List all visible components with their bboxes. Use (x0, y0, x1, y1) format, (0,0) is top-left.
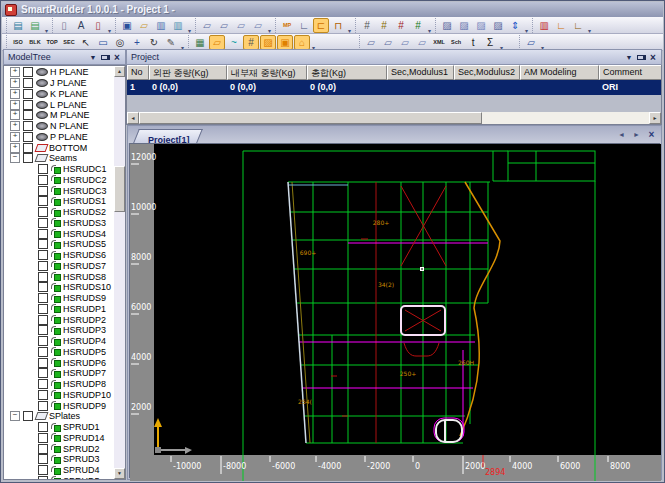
column-header-6[interactable]: AM Modeling (520, 65, 599, 80)
blk-view-button[interactable]: BLK (27, 35, 43, 50)
arch-orange-icon[interactable]: ⌂ (294, 35, 310, 50)
plate-fill-icon[interactable]: ▱ (209, 35, 225, 50)
fence1-icon[interactable]: # (359, 18, 375, 33)
tree-item-l-plane[interactable]: +L PLANE (4, 99, 114, 110)
expand-icon[interactable]: + (10, 100, 20, 110)
toolbar-overflow-icon[interactable]: ▾ (268, 22, 271, 34)
tree-item-sprud14[interactable]: SPRUD14 (4, 433, 114, 444)
visibility-checkbox[interactable] (38, 401, 48, 411)
tree-item-hsrudp1[interactable]: HSRUDP1 (4, 304, 114, 315)
column-header-3[interactable]: 총합(Kg) (307, 65, 387, 80)
visibility-checkbox[interactable] (38, 315, 48, 325)
visibility-checkbox[interactable] (23, 110, 33, 120)
collapse-icon[interactable]: − (10, 411, 20, 421)
tree-item-hsrudp2[interactable]: HSRUDP2 (4, 314, 114, 325)
expand-icon[interactable]: + (10, 78, 20, 88)
visibility-checkbox[interactable] (38, 444, 48, 454)
column-header-2[interactable]: 내부재 중량(Kg) (227, 65, 307, 80)
toolbar-overflow-icon[interactable]: ▾ (188, 22, 191, 34)
tree-item-k-plane[interactable]: +K PLANE (4, 89, 114, 100)
modeltree-scrollbar[interactable]: ▲ ▼ (114, 66, 125, 479)
tree-item-hsrudp6[interactable]: HSRUDP6 (4, 357, 114, 368)
visibility-checkbox[interactable] (38, 358, 48, 368)
visibility-checkbox[interactable] (38, 390, 48, 400)
plane-edit-icon[interactable]: ▱ (380, 35, 396, 50)
column-header-0[interactable]: No (127, 65, 149, 80)
visibility-checkbox[interactable] (23, 121, 33, 131)
fence2-icon[interactable]: # (376, 18, 392, 33)
angle1-icon[interactable]: ∟ (553, 18, 569, 33)
model-import-icon[interactable]: ▤ (10, 18, 26, 33)
tree-item-sprud4[interactable]: SPRUD4 (4, 465, 114, 476)
red-plate-icon[interactable]: ▥ (536, 18, 552, 33)
table-row[interactable]: 10 (0,0)0 (0,0)0 (0,0)ORI (127, 80, 661, 95)
model-export-icon[interactable]: ▤ (27, 18, 43, 33)
xml-button[interactable]: XML (431, 35, 447, 50)
tree-item-sprud5[interactable]: SPRUD5 (4, 476, 114, 480)
toolbar-overflow-icon[interactable]: ▾ (588, 22, 591, 34)
visibility-checkbox[interactable] (38, 336, 48, 346)
plane-doc4-icon[interactable]: ▱ (250, 18, 266, 33)
visibility-checkbox[interactable] (23, 143, 33, 153)
plane-doc2-icon[interactable]: ▱ (216, 18, 232, 33)
select-cursor-icon[interactable]: ↖ (78, 35, 94, 50)
tree-item-sprud3[interactable]: SPRUD3 (4, 454, 114, 465)
zoom-icon[interactable]: ◎ (112, 35, 128, 50)
page-export-icon[interactable]: ▥ (153, 18, 169, 33)
toolbar-overflow-icon[interactable]: ▾ (428, 22, 431, 34)
plane-hatch1-icon[interactable]: ▨ (439, 18, 455, 33)
visibility-checkbox[interactable] (38, 207, 48, 217)
modeltree-menu-button[interactable]: ▼ (87, 52, 99, 63)
tree-item-j-plane[interactable]: +J PLANE (4, 78, 114, 89)
visibility-checkbox[interactable] (38, 293, 48, 303)
page-import-icon[interactable]: ▥ (170, 18, 186, 33)
toolbar-overflow-icon[interactable]: ▾ (525, 22, 528, 34)
new-document-icon[interactable]: ▯ (56, 18, 72, 33)
tree-item-hsrudc1[interactable]: HSRUDC1 (4, 164, 114, 175)
visibility-checkbox[interactable] (38, 422, 48, 432)
plane-hatch4-icon[interactable]: ▨ (490, 18, 506, 33)
tree-item-n-plane[interactable]: +N PLANE (4, 121, 114, 132)
tree-item-hsrudp9[interactable]: HSRUDP9 (4, 400, 114, 411)
tree-item-hsrudp10[interactable]: HSRUDP10 (4, 390, 114, 401)
visibility-checkbox[interactable] (38, 272, 48, 282)
iso-view-button[interactable]: ISO (10, 35, 26, 50)
curve-tool-icon[interactable]: ~ (226, 35, 242, 50)
title-bar[interactable]: SmartRudder 1.0.0.1 - Project 1 - (2, 2, 663, 17)
rotate-icon[interactable]: ↻ (146, 35, 162, 50)
visibility-checkbox[interactable] (38, 454, 48, 464)
visibility-checkbox[interactable] (38, 465, 48, 475)
visibility-checkbox[interactable] (38, 347, 48, 357)
tab-project1[interactable]: Project[1] (136, 129, 200, 143)
visibility-checkbox[interactable] (38, 229, 48, 239)
visibility-checkbox[interactable] (38, 175, 48, 185)
scroll-right-icon[interactable]: ► (649, 112, 661, 124)
tree-item-sprud1[interactable]: SPRUD1 (4, 422, 114, 433)
plane-doc3-icon[interactable]: ▱ (233, 18, 249, 33)
mp-tool-icon[interactable]: MP (279, 18, 295, 33)
visibility-checkbox[interactable] (23, 67, 33, 77)
visibility-checkbox[interactable] (38, 368, 48, 378)
tree-item-hsrudp7[interactable]: HSRUDP7 (4, 368, 114, 379)
tree-item-hsruds10[interactable]: HSRUDS10 (4, 282, 114, 293)
column-header-7[interactable]: Comment (599, 65, 662, 80)
scroll-up-icon[interactable]: ▲ (114, 66, 125, 77)
expand-icon[interactable]: + (10, 121, 20, 131)
sec-view-button[interactable]: SEC (61, 35, 77, 50)
tree-item-hsruds8[interactable]: HSRUDS8 (4, 271, 114, 282)
measure-height-icon[interactable]: ⊓ (330, 18, 346, 33)
sch-button[interactable]: Sch (448, 35, 464, 50)
tree-item-sprud2[interactable]: SPRUD2 (4, 443, 114, 454)
fence4-icon[interactable]: # (410, 18, 426, 33)
tree-item-hsruds2[interactable]: HSRUDS2 (4, 207, 114, 218)
column-header-1[interactable]: 외판 중량(Kg) (149, 65, 227, 80)
view-close-button[interactable]: × (645, 128, 658, 140)
fence3-icon[interactable]: # (393, 18, 409, 33)
modeltree-pin-button[interactable] (99, 52, 111, 63)
tree-item-hsrudp8[interactable]: HSRUDP8 (4, 379, 114, 390)
tree-item-m-plane[interactable]: +M PLANE (4, 110, 114, 121)
angle2-icon[interactable]: ∟ (570, 18, 586, 33)
visibility-checkbox[interactable] (23, 153, 33, 163)
pan-icon[interactable]: + (129, 35, 145, 50)
tree-item-hsrudp4[interactable]: HSRUDP4 (4, 336, 114, 347)
